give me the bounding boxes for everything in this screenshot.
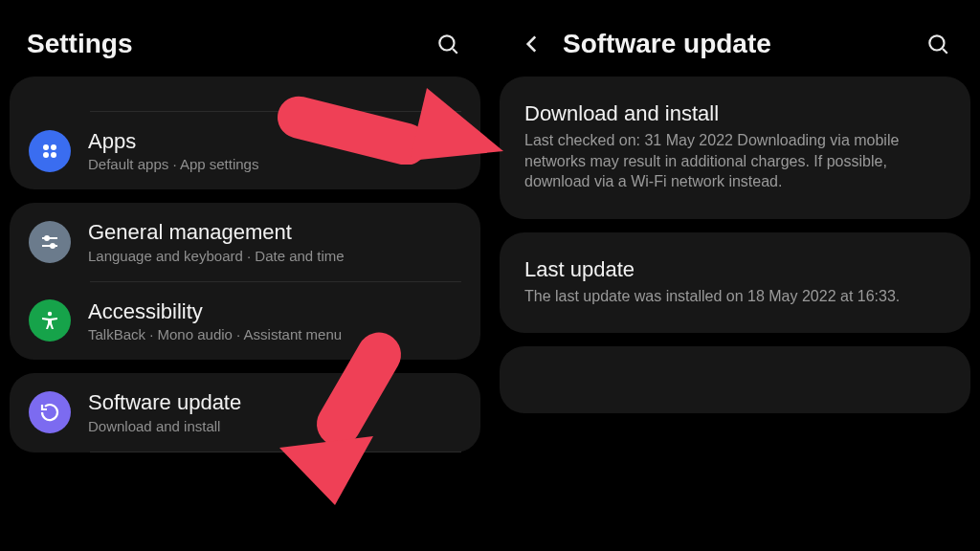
svg-point-3 (51, 144, 56, 150)
svg-point-9 (51, 244, 55, 248)
accessibility-sub: TalkBack · Mono audio · Assistant menu (88, 326, 342, 342)
update-icon (29, 391, 71, 433)
search-icon[interactable] (433, 29, 463, 59)
apps-title: Apps (88, 129, 258, 154)
search-icon[interactable] (923, 29, 953, 59)
software-update-title: Software update (88, 390, 241, 415)
settings-item-software-update[interactable]: Software update Download and install (29, 373, 461, 451)
update-header: Software update (490, 0, 980, 63)
svg-line-12 (943, 49, 947, 54)
settings-title: Settings (27, 29, 132, 59)
settings-item-apps[interactable]: Apps Default apps · App settings (29, 112, 461, 189)
download-install-card[interactable]: Download and install Last checked on: 31… (500, 77, 970, 219)
settings-item-general[interactable]: General management Language and keyboard… (29, 203, 461, 280)
last-update-title: Last update (524, 257, 946, 282)
settings-group-2: General management Language and keyboard… (10, 203, 480, 360)
settings-header: Settings (0, 0, 490, 63)
settings-item-accessibility[interactable]: Accessibility TalkBack · Mono audio · As… (29, 282, 461, 360)
back-icon[interactable] (517, 29, 547, 59)
last-update-card[interactable]: Last update The last update was installe… (500, 232, 970, 334)
svg-point-4 (43, 152, 49, 158)
svg-point-2 (43, 144, 49, 150)
svg-point-11 (929, 35, 944, 50)
last-update-sub: The last update was installed on 18 May … (524, 286, 946, 307)
settings-screen: Settings Apps Default apps · App setting… (0, 0, 490, 551)
download-sub: Last checked on: 31 May 2022 Downloading… (524, 130, 946, 192)
apps-sub: Default apps · App settings (88, 156, 258, 172)
general-title: General management (88, 220, 345, 245)
update-title: Software update (563, 29, 771, 59)
settings-group-3: Software update Download and install (10, 373, 480, 452)
empty-card (500, 346, 970, 413)
sliders-icon (29, 221, 71, 263)
svg-line-1 (453, 49, 457, 54)
svg-point-7 (45, 236, 49, 240)
svg-point-0 (439, 35, 454, 50)
general-sub: Language and keyboard · Date and time (88, 248, 345, 264)
software-update-screen: Software update Download and install Las… (490, 0, 980, 551)
accessibility-icon (29, 299, 71, 342)
svg-point-10 (48, 312, 52, 316)
settings-group-1: Apps Default apps · App settings (10, 77, 480, 189)
software-update-sub: Download and install (88, 418, 241, 434)
apps-icon (29, 130, 71, 172)
download-title: Download and install (524, 101, 946, 126)
accessibility-title: Accessibility (88, 299, 342, 324)
svg-point-5 (51, 152, 56, 158)
